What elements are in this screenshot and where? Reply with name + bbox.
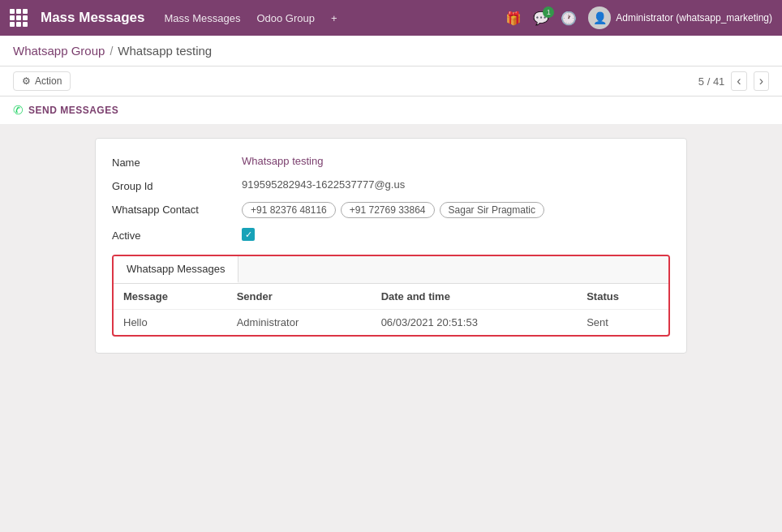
group-id-label: Group Id — [112, 178, 242, 192]
contact-label: Whatsapp Contact — [112, 202, 242, 216]
breadcrumb-separator: / — [110, 45, 113, 58]
app-menu-icon[interactable] — [10, 9, 28, 27]
gear-icon: ⚙ — [22, 75, 31, 87]
prev-button[interactable]: ‹ — [731, 71, 746, 91]
tab-whatsapp-messages[interactable]: Whatsapp Messages — [114, 256, 238, 283]
next-button[interactable]: › — [754, 71, 769, 91]
action-button[interactable]: ⚙ Action — [13, 71, 71, 91]
nav-mass-messages[interactable]: Mass Messages — [165, 12, 241, 24]
breadcrumb-current: Whatsapp testing — [118, 44, 212, 58]
active-label: Active — [112, 228, 242, 242]
action-label: Action — [35, 75, 62, 87]
name-label: Name — [112, 155, 242, 169]
top-navigation: Mass Messages Mass Messages Odoo Group +… — [0, 0, 782, 36]
toolbar-right: 5 / 41 ‹ › — [698, 71, 769, 91]
active-row: Active ✓ — [112, 228, 670, 242]
col-sender: Sender — [227, 284, 372, 310]
nav-odoo-group[interactable]: Odoo Group — [256, 12, 315, 24]
whatsapp-icon: ✆ — [13, 103, 24, 118]
contact-tag-0[interactable]: +91 82376 48116 — [242, 202, 336, 218]
record-card: Name Whatsapp testing Group Id 919595282… — [95, 138, 687, 354]
contact-row: Whatsapp Contact +91 82376 48116 +91 727… — [112, 202, 670, 218]
nav-icons: 🎁 💬 1 🕐 👤 Administrator (whatsapp_market… — [505, 6, 772, 29]
breadcrumb: Whatsapp Group / Whatsapp testing — [0, 36, 782, 66]
cell-sender: Administrator — [227, 310, 372, 336]
gift-icon[interactable]: 🎁 — [505, 11, 522, 26]
chat-badge: 1 — [543, 6, 554, 18]
table-header-row: Message Sender Date and time Status — [114, 284, 668, 310]
messages-table: Message Sender Date and time Status Hell… — [114, 284, 668, 335]
cell-message: Hello — [114, 310, 227, 336]
form-section: Name Whatsapp testing Group Id 919595282… — [112, 155, 670, 242]
name-value[interactable]: Whatsapp testing — [242, 155, 323, 167]
cell-datetime: 06/03/2021 20:51:53 — [372, 310, 578, 336]
group-id-value: 919595282943-1622537777@g.us — [242, 178, 405, 191]
send-messages-button[interactable]: SEND MESSAGES — [28, 105, 118, 116]
avatar: 👤 — [588, 6, 611, 29]
cell-status: Sent — [577, 310, 668, 336]
clock-icon[interactable]: 🕐 — [561, 11, 577, 26]
chat-icon[interactable]: 💬 1 — [533, 11, 549, 26]
send-messages-bar: ✆ SEND MESSAGES — [0, 97, 782, 125]
table-row[interactable]: Hello Administrator 06/03/2021 20:51:53 … — [114, 310, 668, 336]
group-id-row: Group Id 919595282943-1622537777@g.us — [112, 178, 670, 192]
app-title: Mass Messages — [41, 10, 145, 26]
pagination-text: 5 / 41 — [698, 75, 725, 88]
user-name: Administrator (whatsapp_marketing) — [616, 12, 772, 24]
main-content: Name Whatsapp testing Group Id 919595282… — [0, 138, 782, 367]
contact-tag-1[interactable]: +91 72769 33864 — [341, 202, 435, 218]
col-message: Message — [114, 284, 227, 310]
toolbar: ⚙ Action 5 / 41 ‹ › — [0, 66, 782, 97]
name-row: Name Whatsapp testing — [112, 155, 670, 169]
nav-add-button[interactable]: + — [331, 12, 337, 24]
breadcrumb-parent[interactable]: Whatsapp Group — [13, 44, 105, 58]
nav-links: Mass Messages Odoo Group + — [165, 12, 493, 24]
contact-tag-2[interactable]: Sagar Sir Pragmatic — [440, 202, 544, 218]
col-datetime: Date and time — [372, 284, 578, 310]
active-checkbox[interactable]: ✓ — [242, 228, 255, 241]
user-profile[interactable]: 👤 Administrator (whatsapp_marketing) — [588, 6, 772, 29]
toolbar-left: ⚙ Action — [13, 71, 71, 91]
tab-section: Whatsapp Messages Message Sender Date an… — [112, 255, 670, 337]
tab-bar: Whatsapp Messages — [114, 256, 668, 284]
col-status: Status — [577, 284, 668, 310]
contact-tags: +91 82376 48116 +91 72769 33864 Sagar Si… — [242, 202, 544, 218]
